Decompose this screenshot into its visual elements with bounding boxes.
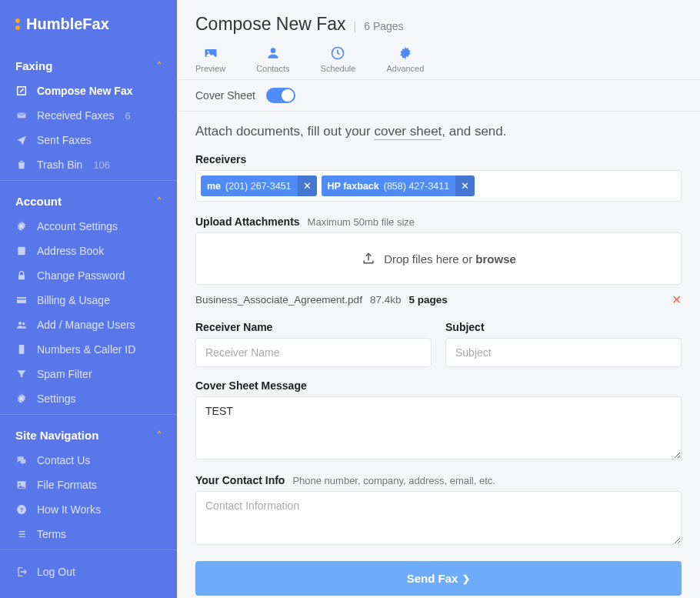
question-icon: ? — [15, 503, 28, 516]
receivers-label: Receivers — [195, 153, 682, 165]
inbox-icon — [15, 109, 28, 122]
sidebar-item-received-faxes[interactable]: Received Faxes 6 — [0, 103, 177, 128]
logout-icon — [15, 566, 28, 578]
upload-icon — [361, 251, 376, 266]
sidebar-item-spam-filter[interactable]: Spam Filter — [0, 362, 177, 386]
instructions-text: Attach documents, fill out your cover sh… — [195, 124, 682, 139]
sidebar-item-billing-usage[interactable]: Billing & Usage — [0, 288, 177, 312]
svg-rect-3 — [18, 275, 25, 279]
svg-point-15 — [207, 51, 208, 52]
remove-chip-icon[interactable]: ✕ — [455, 175, 475, 196]
sidebar-item-change-password[interactable]: Change Password — [0, 263, 177, 288]
attachment-pages: 5 pages — [408, 294, 447, 306]
toolbar-preview[interactable]: Preview — [195, 44, 225, 75]
receiver-name-input[interactable] — [195, 338, 432, 367]
toolbar-schedule[interactable]: Schedule — [321, 44, 356, 75]
chevron-up-icon: ˄ — [157, 196, 162, 207]
cover-sheet-label: Cover Sheet — [195, 89, 255, 102]
svg-rect-5 — [17, 299, 26, 299]
sidebar-item-compose-new-fax[interactable]: Compose New Fax — [0, 79, 177, 103]
sidebar-item-settings[interactable]: Settings — [0, 386, 177, 411]
compose-icon — [15, 85, 28, 97]
toolbar: Preview Contacts Schedule Advanced — [177, 44, 700, 80]
brand-logo-icon — [15, 18, 20, 30]
sidebar-item-terms[interactable]: Terms — [0, 522, 177, 546]
message-label: Cover Sheet Message — [195, 379, 682, 392]
svg-rect-2 — [18, 247, 25, 256]
sidebar-item-manage-users[interactable]: Add / Manage Users — [0, 312, 177, 337]
receiver-name-label: Receiver Name — [195, 321, 432, 333]
list-icon — [15, 528, 28, 540]
toolbar-contacts[interactable]: Contacts — [256, 44, 289, 75]
cover-sheet-message-input[interactable] — [195, 396, 682, 459]
nav-section-account[interactable]: Account ˄ — [0, 184, 177, 214]
card-icon — [15, 294, 28, 306]
preview-icon — [203, 45, 218, 61]
svg-point-7 — [22, 322, 25, 325]
upload-dropzone[interactable]: Drop files here or browse — [195, 232, 682, 285]
attachment-row: Business_Associate_Agreement.pdf 87.4kb … — [195, 292, 682, 307]
page-titlebar: Compose New Fax | 6 Pages — [177, 0, 700, 44]
receiver-chip: HP faxback (858) 427-3411 ✕ — [322, 175, 475, 196]
toolbar-advanced[interactable]: Advanced — [386, 44, 424, 75]
sidebar-item-how-it-works[interactable]: ? How It Works — [0, 497, 177, 522]
users-icon — [15, 319, 28, 331]
gear-icon — [15, 393, 28, 405]
cover-sheet-link[interactable]: cover sheet — [374, 124, 442, 140]
send-icon — [15, 134, 28, 146]
attachment-size: 87.4kb — [370, 294, 402, 306]
receiver-chip: me (201) 267-3451 ✕ — [201, 175, 317, 196]
filter-icon — [15, 368, 28, 380]
sidebar-item-file-formats[interactable]: File Formats — [0, 473, 177, 497]
chevron-up-icon: ˄ — [157, 61, 162, 72]
title-separator: | — [354, 20, 357, 32]
brand-name: HumbleFax — [26, 15, 109, 33]
svg-point-11 — [19, 483, 21, 485]
sidebar-item-address-book[interactable]: Address Book — [0, 239, 177, 263]
upload-label: Upload Attachments Maximum 50mb file siz… — [195, 215, 682, 228]
svg-point-6 — [18, 322, 22, 325]
chevron-up-icon: ˄ — [157, 430, 162, 441]
sidebar-item-account-settings[interactable]: Account Settings — [0, 214, 177, 239]
svg-text:?: ? — [20, 506, 24, 513]
book-icon — [15, 245, 28, 257]
svg-point-16 — [270, 48, 275, 53]
brand-logo[interactable]: HumbleFax — [0, 0, 177, 45]
cover-sheet-row: Cover Sheet — [177, 80, 700, 112]
attachment-filename: Business_Associate_Agreement.pdf — [195, 294, 362, 306]
gear-icon — [398, 45, 413, 61]
cover-sheet-toggle[interactable] — [266, 88, 295, 103]
main-content: Compose New Fax | 6 Pages Preview Contac… — [177, 0, 700, 598]
sidebar: HumbleFax Faxing ˄ Compose New Fax Recei… — [0, 0, 177, 598]
image-icon — [15, 479, 28, 491]
svg-rect-4 — [17, 297, 26, 303]
subject-input[interactable] — [445, 338, 682, 367]
remove-chip-icon[interactable]: ✕ — [298, 175, 317, 196]
nav-section-faxing[interactable]: Faxing ˄ — [0, 48, 177, 79]
contacts-icon — [265, 45, 281, 61]
sidebar-item-numbers-callerid[interactable]: Numbers & Caller ID — [0, 337, 177, 362]
sidebar-item-logout[interactable]: Log Out — [0, 560, 177, 584]
gear-icon — [15, 220, 28, 232]
sidebar-item-trash-bin[interactable]: Trash Bin 106 — [0, 152, 177, 177]
receivers-input[interactable]: me (201) 267-3451 ✕ HP faxback (858) 427… — [195, 170, 682, 202]
subject-label: Subject — [445, 321, 682, 333]
chat-icon — [15, 454, 28, 466]
contact-info-label: Your Contact Info Phone number, company,… — [195, 474, 682, 486]
send-fax-button[interactable]: Send Fax ❯ — [195, 561, 682, 596]
trash-icon — [15, 159, 28, 171]
page-count-label: 6 Pages — [364, 20, 403, 32]
sidebar-item-sent-faxes[interactable]: Sent Faxes — [0, 128, 177, 152]
page-title: Compose New Fax — [195, 14, 346, 35]
lock-icon — [15, 269, 28, 282]
clock-icon — [330, 45, 345, 61]
nav-section-site-navigation[interactable]: Site Navigation ˄ — [0, 418, 177, 448]
delete-attachment-icon[interactable]: ✕ — [672, 292, 682, 307]
sidebar-item-contact-us[interactable]: Contact Us — [0, 448, 177, 473]
chevron-right-icon: ❯ — [462, 573, 470, 584]
contact-info-input[interactable] — [195, 491, 682, 545]
phone-icon — [15, 343, 28, 356]
svg-rect-8 — [19, 345, 25, 354]
